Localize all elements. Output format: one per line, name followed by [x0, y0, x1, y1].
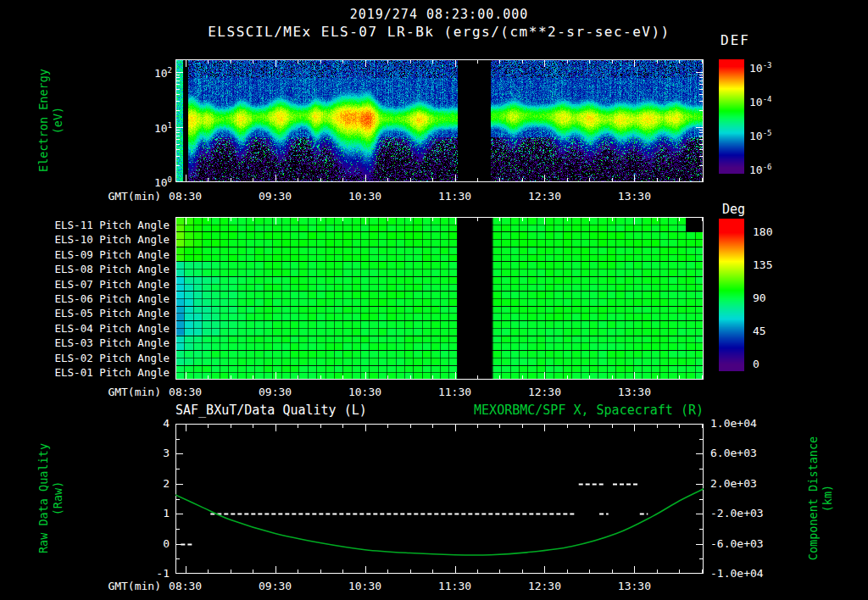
- energy-ytick-label: 100: [135, 174, 172, 189]
- pitch-row-label: ELS-08 Pitch Angle: [34, 263, 170, 275]
- energy-ytick-label: 101: [135, 119, 172, 135]
- x-tick-label: 10:30: [343, 190, 387, 203]
- quality-ytick-label: 4: [144, 417, 170, 430]
- x-tick-label: 10:30: [343, 386, 387, 398]
- x-tick-label: 08:30: [164, 580, 208, 592]
- x-tick-label: 11:30: [433, 190, 477, 203]
- def-tick-label: 10-4: [749, 93, 800, 108]
- pitch-row-label: ELS-11 Pitch Angle: [34, 219, 170, 231]
- x-tick-label: 12:30: [522, 580, 566, 592]
- pitch-row-label: ELS-05 Pitch Angle: [34, 307, 170, 319]
- spectrogram-page: 2019/274 08:23:00.000 ELSSCIL/MEx ELS-07…: [0, 0, 868, 600]
- energy-ytick-label-exp: 0: [168, 175, 172, 184]
- quality-axis-label-line1: Raw Data Quality: [36, 371, 51, 600]
- bottom-right-series-title: MEXORBMC/SPF X, Spacecraft (R): [424, 404, 704, 417]
- pitch-row-label: ELS-07 Pitch Angle: [34, 278, 170, 291]
- x-tick-label: 08:30: [164, 386, 208, 398]
- deg-tick-label: 90: [753, 292, 795, 304]
- x-tick-label: 13:30: [612, 190, 656, 203]
- distance-ytick-label: 1.0e+04: [710, 417, 771, 430]
- def-tick-label-exp: -5: [763, 129, 772, 137]
- def-tick-label-exp: -4: [763, 95, 772, 103]
- distance-axis-label-line2: (km): [821, 371, 835, 600]
- energy-axis-label-line2: (eV): [51, 0, 65, 247]
- bottom-left-series-title: SAF_BXuT/Data Quality (L): [175, 404, 367, 417]
- pitch-angle-canvas: [175, 217, 704, 380]
- def-tick-label: 10-3: [749, 59, 800, 75]
- distance-ytick-label: 2.0e+03: [710, 477, 771, 490]
- def-tick-label: 10-6: [749, 161, 800, 176]
- quality-axis-label: Raw Data Quality (Raw): [36, 371, 65, 600]
- x-tick-label: 09:30: [253, 386, 298, 398]
- x-tick-label: 12:30: [522, 386, 566, 398]
- x-tick-label: 10:30: [343, 580, 387, 592]
- line-plot-canvas: [175, 424, 704, 574]
- def-colorbar-title: DEF: [721, 34, 750, 47]
- energy-axis-label: Electron Energy (eV): [36, 0, 65, 247]
- x-axis-title: GMT(min): [86, 190, 161, 203]
- x-axis-title: GMT(min): [86, 386, 161, 398]
- distance-axis-label: Component Distance (km): [806, 371, 835, 600]
- date-title: 2019/274 08:23:00.000: [185, 7, 693, 22]
- deg-tick-label: 180: [753, 225, 795, 238]
- deg-colorbar-title: Deg: [722, 203, 745, 216]
- instrument-title: ELSSCIL/MEx ELS-07 LR-Bk (ergs/(cm**2-sr…: [100, 24, 778, 40]
- distance-ytick-label: -1.0e+04: [710, 567, 771, 580]
- energy-ytick-label-exp: 1: [168, 121, 172, 130]
- x-tick-label: 13:30: [612, 580, 656, 592]
- x-tick-label: 09:30: [253, 190, 298, 203]
- x-tick-label: 13:30: [612, 386, 656, 398]
- quality-axis-label-line2: (Raw): [51, 371, 65, 600]
- distance-ytick-label: 6.0e+03: [710, 447, 771, 459]
- distance-axis-label-line1: Component Distance: [806, 371, 821, 600]
- quality-ytick-label: 2: [144, 477, 170, 490]
- def-tick-label: 10-5: [749, 127, 800, 142]
- pitch-row-label: ELS-10 Pitch Angle: [34, 233, 170, 246]
- energy-ytick-label: 102: [135, 64, 172, 80]
- distance-ytick-label: -2.0e+03: [710, 507, 771, 519]
- def-tick-label-exp: -6: [763, 163, 772, 171]
- deg-tick-label: 135: [753, 258, 795, 271]
- energy-ytick-label-exp: 2: [168, 66, 172, 75]
- quality-ytick-label: -1: [144, 567, 170, 580]
- def-tick-label-exp: -3: [763, 61, 772, 69]
- pitch-row-label: ELS-04 Pitch Angle: [34, 322, 170, 335]
- quality-ytick-label: 0: [144, 537, 170, 550]
- energy-axis-label-line1: Electron Energy: [36, 0, 51, 247]
- pitch-row-label: ELS-09 Pitch Angle: [34, 248, 170, 261]
- distance-ytick-label: -6.0e+03: [710, 537, 771, 550]
- quality-ytick-label: 1: [144, 507, 170, 519]
- x-tick-label: 08:30: [164, 190, 208, 203]
- x-axis-title: GMT(min): [86, 580, 161, 592]
- deg-tick-label: 45: [753, 325, 795, 337]
- x-tick-label: 11:30: [433, 580, 477, 592]
- energy-spectrogram-canvas: [175, 59, 704, 182]
- deg-tick-label: 0: [753, 358, 795, 370]
- quality-ytick-label: 3: [144, 447, 170, 459]
- pitch-row-label: ELS-06 Pitch Angle: [34, 292, 170, 305]
- pitch-row-label: ELS-02 Pitch Angle: [34, 352, 170, 364]
- def-colorbar-gradient: [719, 59, 744, 174]
- x-tick-label: 11:30: [433, 386, 477, 398]
- x-tick-label: 09:30: [253, 580, 298, 592]
- deg-colorbar-gradient: [719, 219, 744, 371]
- x-tick-label: 12:30: [522, 190, 566, 203]
- pitch-row-label: ELS-01 Pitch Angle: [34, 366, 170, 379]
- pitch-row-label: ELS-03 Pitch Angle: [34, 336, 170, 349]
